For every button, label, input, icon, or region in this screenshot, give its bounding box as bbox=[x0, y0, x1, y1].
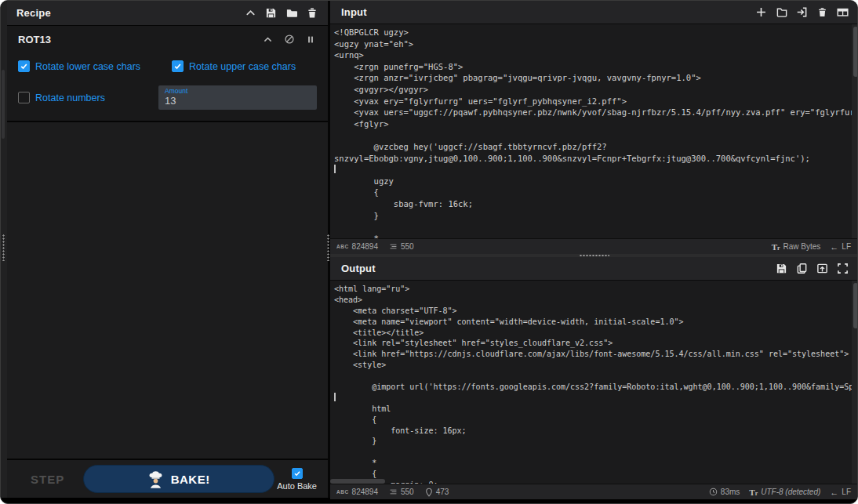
code-line bbox=[334, 371, 852, 382]
code-line: } bbox=[334, 436, 852, 447]
line-count: 550 bbox=[389, 242, 414, 251]
code-line: <gvgyr></gvgyr> bbox=[334, 84, 852, 96]
text-encoding-icon: Tr bbox=[772, 242, 780, 252]
arg-rotate-numbers[interactable]: Rotate numbers bbox=[18, 92, 158, 103]
code-line: font-size: 16px; bbox=[334, 426, 852, 437]
controls-bar: STEP BAKE! Auto Bake bbox=[7, 459, 328, 498]
output-title: Output bbox=[341, 263, 376, 274]
operation-rot13[interactable]: ROT13 Rot bbox=[7, 26, 328, 122]
code-line: <yvax ery="fglyrfurrg" uers="fglyrf_pybh… bbox=[334, 96, 852, 107]
clear-io-icon[interactable] bbox=[816, 5, 829, 19]
operations-panel-splitter[interactable] bbox=[1, 1, 7, 498]
operation-args-row-2: Rotate numbers Amount 13 bbox=[7, 85, 328, 110]
code-line: } bbox=[334, 210, 852, 222]
code-line: snzvyl=Ebobgb:vgny,jtug@0,100..900;1,100… bbox=[334, 153, 852, 165]
output-pane: Output <html lang="ru"><head> <meta char… bbox=[330, 257, 858, 499]
bake-time: 83ms bbox=[709, 488, 740, 496]
code-line bbox=[334, 447, 852, 458]
code-line: { bbox=[334, 469, 852, 480]
chef-icon bbox=[148, 470, 164, 488]
code-line bbox=[334, 393, 852, 404]
code-line: <fglyr> bbox=[334, 118, 852, 130]
output-hscrollbar-thumb[interactable] bbox=[330, 479, 385, 484]
maximize-output-icon[interactable] bbox=[836, 262, 849, 275]
step-button[interactable]: STEP bbox=[31, 473, 64, 486]
cursor-position-icon bbox=[425, 488, 433, 497]
output-scrollbar[interactable] bbox=[852, 281, 858, 484]
code-line: * bbox=[334, 458, 852, 469]
code-line: <zrgn anzr="ivrjcbeg" pbagrag="jvqgu=qri… bbox=[334, 72, 852, 84]
input-eol-selector[interactable]: ← LF bbox=[830, 242, 851, 252]
bake-button[interactable]: BAKE! bbox=[83, 465, 274, 493]
code-line bbox=[334, 221, 852, 233]
operation-name: ROT13 bbox=[18, 34, 51, 45]
code-line: <urnq> bbox=[334, 49, 852, 61]
input-scrollbar-thumb[interactable] bbox=[853, 27, 858, 77]
char-count: ABC 824894 bbox=[336, 242, 378, 251]
input-title: Input bbox=[341, 6, 367, 18]
save-output-icon[interactable] bbox=[775, 262, 788, 275]
disable-operation-icon[interactable] bbox=[282, 33, 296, 46]
open-recipe-icon[interactable] bbox=[285, 6, 298, 20]
arg-rotate-lower-case[interactable]: Rotate lower case chars bbox=[18, 60, 172, 72]
open-file-icon[interactable] bbox=[775, 5, 788, 19]
code-line: { bbox=[334, 187, 852, 198]
input-encoding-selector[interactable]: Tr Raw Bytes bbox=[772, 242, 821, 252]
copy-output-icon[interactable] bbox=[795, 262, 809, 275]
open-input-icon[interactable] bbox=[795, 5, 809, 19]
line-ending-icon: ← bbox=[830, 242, 838, 252]
arg-label: Rotate upper case chars bbox=[189, 61, 296, 72]
char-count-icon: ABC bbox=[336, 244, 349, 249]
code-line: { bbox=[334, 415, 852, 426]
code-line: <link rel="stylesheet" href="styles_clou… bbox=[334, 338, 852, 349]
code-line: <meta charset="UTF-8"> bbox=[334, 306, 852, 317]
code-line: <link href="https://cdnjs.cloudflare.com… bbox=[334, 349, 852, 360]
output-header: Output bbox=[330, 257, 858, 281]
code-line: @import url('https://fonts.googleapis.co… bbox=[334, 382, 852, 393]
code-line: <html lang="ru"> bbox=[334, 284, 852, 295]
splitter-handle-dots-icon bbox=[2, 234, 5, 261]
add-input-icon[interactable] bbox=[754, 5, 768, 19]
code-line: @vzcbeg hey('uggcf://sbagf.tbbtyrncvf.pb… bbox=[334, 141, 852, 153]
code-line: <ugzy ynat="eh"> bbox=[334, 38, 852, 50]
clear-recipe-icon[interactable] bbox=[305, 6, 318, 20]
breakpoint-pause-icon[interactable] bbox=[304, 33, 317, 46]
char-count-icon: ABC bbox=[336, 489, 349, 495]
chevron-up-icon[interactable] bbox=[261, 33, 274, 46]
auto-bake-toggle[interactable]: Auto Bake bbox=[277, 468, 318, 491]
operation-args-row-1: Rotate lower case chars Rotate upper cas… bbox=[7, 60, 328, 72]
output-scrollbar-thumb[interactable] bbox=[853, 283, 858, 328]
code-line: ugzy bbox=[334, 176, 852, 187]
code-line: html bbox=[334, 404, 852, 415]
input-header: Input bbox=[330, 1, 858, 24]
cyberchef-window: Recipe ROT13 bbox=[0, 0, 858, 504]
output-eol-selector[interactable]: ← LF bbox=[830, 488, 851, 497]
line-count-icon bbox=[389, 242, 398, 251]
input-scrollbar[interactable] bbox=[852, 24, 858, 238]
checkbox-icon[interactable] bbox=[18, 92, 30, 103]
line-count: 550 bbox=[389, 488, 414, 496]
replace-input-icon[interactable] bbox=[816, 262, 829, 275]
chevron-up-icon[interactable] bbox=[244, 6, 257, 20]
operations-scrollbar-thumb[interactable] bbox=[2, 70, 5, 139]
code-line: <head> bbox=[334, 295, 852, 306]
code-line: margin: 0; bbox=[334, 480, 852, 484]
cursor-position: 473 bbox=[425, 488, 449, 497]
save-recipe-icon[interactable] bbox=[264, 6, 278, 20]
checkbox-icon[interactable] bbox=[172, 60, 184, 72]
amount-field[interactable]: Amount 13 bbox=[158, 85, 317, 110]
input-pane: Input <!QBPGLCR ugzy><ugz bbox=[330, 1, 858, 254]
arg-rotate-upper-case[interactable]: Rotate upper case chars bbox=[172, 60, 296, 72]
input-text: <!QBPGLCR ugzy><ugzy ynat="eh"><urnq> <z… bbox=[330, 24, 852, 238]
recipe-title: Recipe bbox=[16, 7, 51, 19]
output-editor[interactable]: <html lang="ru"><head> <meta charset="UT… bbox=[330, 281, 858, 484]
output-encoding-selector[interactable]: Tr UTF-8 (detected) bbox=[749, 488, 820, 497]
operation-title-row: ROT13 bbox=[7, 26, 328, 49]
checkbox-icon[interactable] bbox=[292, 468, 303, 479]
recipe-list-area[interactable] bbox=[7, 122, 328, 459]
checkbox-icon[interactable] bbox=[18, 60, 30, 72]
text-cursor bbox=[334, 165, 336, 173]
input-editor[interactable]: <!QBPGLCR ugzy><ugzy ynat="eh"><urnq> <z… bbox=[330, 24, 858, 238]
input-tabs-icon[interactable] bbox=[836, 5, 849, 19]
code-line: <zrgn punefrg="HGS-8"> bbox=[334, 61, 852, 73]
